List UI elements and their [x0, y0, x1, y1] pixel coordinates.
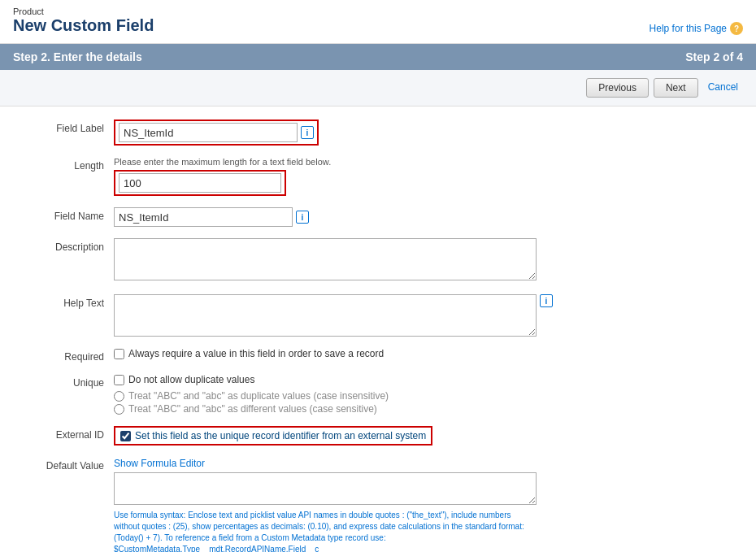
top-buttons-row: Previous Next Cancel — [0, 70, 756, 106]
show-formula-link[interactable]: Show Formula Editor — [114, 458, 205, 469]
field-label-label: Field Label — [16, 120, 114, 134]
unique-checkbox-text: Do not allow duplicate values — [128, 374, 254, 385]
help-link[interactable]: Help for this Page — [650, 23, 727, 34]
required-checkbox-label[interactable]: Always require a value in this field in … — [114, 348, 740, 359]
page-title: New Custom Field — [13, 16, 154, 35]
field-label-control: i — [114, 120, 740, 146]
unique-radio2-label[interactable]: Treat "ABC" and "abc" as different value… — [114, 403, 740, 415]
formula-hint: Use formula syntax: Enclose text and pic… — [114, 510, 537, 552]
length-outer-border — [114, 170, 286, 196]
required-checkbox-text: Always require a value in this field in … — [128, 348, 384, 359]
default-value-label: Default Value — [16, 457, 114, 472]
external-id-control: Set this field as the unique record iden… — [114, 426, 740, 446]
length-label: Length — [16, 157, 114, 172]
required-checkbox[interactable] — [114, 349, 124, 359]
field-label-outer-border: i — [114, 120, 319, 146]
help-text-info-icon[interactable]: i — [540, 294, 553, 307]
help-icon[interactable]: ? — [730, 22, 743, 35]
description-row: Description — [16, 238, 740, 283]
required-control: Always require a value in this field in … — [114, 348, 740, 359]
field-name-label: Field Name — [16, 207, 114, 222]
content-area: Previous Next Cancel Field Label i Lengt… — [0, 70, 756, 552]
description-textarea[interactable] — [114, 238, 537, 280]
field-label-info-icon[interactable]: i — [301, 126, 314, 139]
help-text-label: Help Text — [16, 294, 114, 309]
unique-label: Unique — [16, 374, 114, 389]
help-text-row: Help Text i — [16, 294, 740, 337]
help-text-inner: i — [114, 294, 740, 337]
external-id-outer-border: Set this field as the unique record iden… — [114, 426, 432, 446]
page-header: Product New Custom Field Help for this P… — [0, 0, 756, 44]
default-value-control: Show Formula Editor Use formula syntax: … — [114, 457, 740, 552]
external-id-text: Set this field as the unique record iden… — [135, 430, 426, 441]
external-id-checkbox[interactable] — [120, 431, 131, 441]
unique-radio1-label[interactable]: Treat "ABC" and "abc" as duplicate value… — [114, 390, 740, 402]
step-bar: Step 2. Enter the details Step 2 of 4 — [0, 44, 756, 70]
unique-radio-group: Treat "ABC" and "abc" as duplicate value… — [114, 390, 740, 415]
field-name-row: Field Name i — [16, 207, 740, 227]
field-name-control: i — [114, 207, 740, 227]
field-label-input[interactable] — [119, 123, 298, 142]
unique-control: Do not allow duplicate values Treat "ABC… — [114, 374, 740, 415]
product-label: Product — [13, 7, 154, 16]
top-next-button[interactable]: Next — [654, 78, 698, 98]
unique-checkbox[interactable] — [114, 375, 124, 385]
default-value-textarea[interactable] — [114, 472, 537, 505]
unique-radio1[interactable] — [114, 391, 124, 402]
step-bar-left: Step 2. Enter the details — [13, 50, 142, 63]
external-id-label: External ID — [16, 426, 114, 441]
unique-checkbox-label[interactable]: Do not allow duplicate values — [114, 374, 740, 385]
form-area: Field Label i Length Please enter the ma… — [0, 106, 756, 552]
unique-section: Do not allow duplicate values Treat "ABC… — [114, 374, 740, 415]
length-row: Length Please enter the maximum length f… — [16, 157, 740, 196]
top-cancel-button[interactable]: Cancel — [703, 78, 743, 98]
step-bar-right: Step 2 of 4 — [685, 50, 743, 63]
field-name-info-icon[interactable]: i — [296, 211, 309, 224]
help-text-control: i — [114, 294, 740, 337]
top-previous-button[interactable]: Previous — [586, 78, 649, 98]
length-control: Please enter the maximum length for a te… — [114, 157, 740, 196]
description-label: Description — [16, 238, 114, 253]
required-label: Required — [16, 348, 114, 363]
page-header-right: Help for this Page ? — [650, 22, 743, 35]
unique-radio2[interactable] — [114, 404, 124, 415]
help-text-textarea[interactable] — [114, 294, 537, 337]
unique-row: Unique Do not allow duplicate values Tre… — [16, 374, 740, 415]
unique-radio1-text: Treat "ABC" and "abc" as duplicate value… — [128, 390, 389, 402]
unique-radio2-text: Treat "ABC" and "abc" as different value… — [128, 403, 377, 415]
page-header-left: Product New Custom Field — [13, 7, 154, 35]
length-input[interactable] — [119, 173, 281, 193]
required-row: Required Always require a value in this … — [16, 348, 740, 363]
external-id-row: External ID Set this field as the unique… — [16, 426, 740, 446]
description-control — [114, 238, 740, 283]
field-name-input[interactable] — [114, 207, 293, 227]
default-value-row: Default Value Show Formula Editor Use fo… — [16, 457, 740, 552]
length-hint: Please enter the maximum length for a te… — [114, 157, 740, 167]
field-label-row: Field Label i — [16, 120, 740, 146]
